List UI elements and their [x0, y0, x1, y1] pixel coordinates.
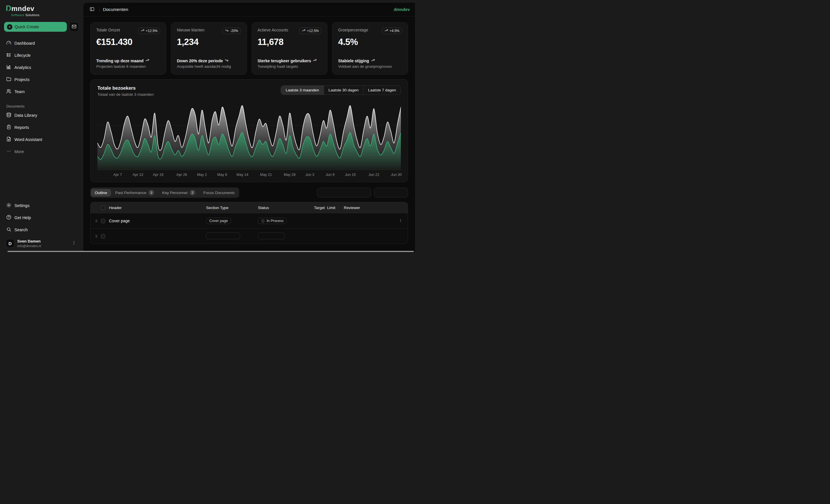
drag-handle-icon[interactable]	[95, 219, 101, 223]
brand-d-glyph: D	[6, 5, 11, 12]
mail-button[interactable]	[69, 22, 79, 32]
column-header: Reviewer	[344, 206, 392, 210]
stat-value: €151.430	[96, 37, 160, 47]
sidebar-item-data-library[interactable]: Data Library	[4, 111, 79, 119]
bar-chart-icon	[6, 65, 11, 70]
topbar-brand-link[interactable]: dmndev	[394, 7, 410, 12]
ellipsis-icon	[6, 149, 11, 155]
stat-card-nieuwe-klanten: Nieuwe klanten -20% 1,234 Down 20% deze …	[171, 22, 247, 75]
sidebar-item-label: Data Library	[14, 113, 37, 118]
stat-card-groeipercentage: Groeipercentage +4.5% 4.5% Stabiele stij…	[332, 22, 408, 75]
app-window: Dmndev Software Solutions + Quick Create…	[0, 0, 415, 252]
section-type-badge[interactable]	[206, 232, 240, 239]
sidebar-item-search[interactable]: Search	[4, 226, 79, 234]
table-toolbar-button-left[interactable]	[317, 188, 371, 197]
status-badge[interactable]	[258, 232, 284, 239]
sidebar-item-projects[interactable]: Projects	[4, 75, 79, 84]
main-panel: Documenten dmndev Totale Omzet +12.5% €1…	[83, 2, 415, 252]
trending-down-icon	[225, 29, 228, 33]
search-icon	[6, 227, 11, 233]
tab-key-personnel[interactable]: Key Personnel 2	[159, 188, 199, 197]
x-tick: May 28	[284, 173, 295, 177]
horizontal-scrollbar[interactable]	[7, 251, 414, 252]
divider	[99, 7, 99, 12]
stat-label: Totale Omzet	[96, 28, 120, 32]
tab-past-performance[interactable]: Past Performance 3	[111, 188, 158, 197]
drag-handle-icon[interactable]	[95, 234, 101, 238]
sidebar-item-get-help[interactable]: Get Help	[4, 214, 79, 222]
table-header-row: Header Section Type Status Target Limit …	[91, 202, 408, 213]
column-header: Header	[109, 206, 206, 210]
section-type-badge[interactable]: Cover page	[206, 218, 231, 224]
x-tick: May 21	[260, 173, 272, 177]
documents-section-label: Documents	[6, 104, 77, 108]
status-badge[interactable]: In Process	[258, 218, 287, 224]
folder-icon	[6, 77, 11, 83]
row-actions-button[interactable]	[397, 218, 404, 224]
sidebar-item-label: Team	[14, 89, 25, 94]
sidebar-footer-nav: Settings Get Help Search	[4, 201, 79, 234]
sections-table: Header Section Type Status Target Limit …	[90, 202, 408, 244]
chart-subtitle: Totaal van de laatste 3 maanden	[97, 92, 154, 97]
quick-create-button[interactable]: + Quick Create	[4, 22, 67, 32]
gear-icon	[6, 203, 11, 209]
range-segmented-control: Laatste 3 maanden Laatste 30 dagen Laats…	[281, 85, 401, 95]
sidebar-item-more[interactable]: More	[4, 148, 79, 156]
chart-title: Totale bezoekers	[97, 85, 154, 91]
x-tick: Jun 15	[345, 173, 356, 177]
row-checkbox[interactable]	[101, 219, 105, 223]
x-tick: Jun 22	[369, 173, 380, 177]
sidebar-item-team[interactable]: Team	[4, 88, 79, 96]
tab-count-badge: 3	[149, 190, 154, 195]
tab-outline[interactable]: Outline	[91, 189, 111, 196]
sidebar-item-word-assistant[interactable]: Word Assistant	[4, 135, 79, 144]
file-word-icon	[6, 137, 11, 143]
range-option-3-months[interactable]: Laatste 3 maanden	[281, 86, 324, 95]
topbar: Documenten dmndev	[83, 3, 415, 17]
clipboard-icon	[6, 125, 11, 130]
table-row: Cover page Cover page In Process	[91, 213, 408, 228]
sidebar-item-reports[interactable]: Reports	[4, 123, 79, 131]
visitors-chart-card: Totale bezoekers Totaal van de laatste 3…	[90, 79, 408, 182]
sidebar-item-dashboard[interactable]: Dashboard	[4, 39, 79, 47]
column-header: Status	[258, 206, 301, 210]
sidebar-item-settings[interactable]: Settings	[4, 201, 79, 210]
range-option-30-days[interactable]: Laatste 30 dagen	[324, 86, 363, 95]
database-icon	[6, 113, 11, 118]
ellipsis-vertical-icon[interactable]	[71, 240, 77, 247]
trending-up-icon	[302, 29, 306, 33]
user-email: info@dmndev.nl	[17, 244, 68, 248]
tab-focus-documents[interactable]: Focus Documents	[200, 189, 238, 196]
select-all-checkbox[interactable]	[101, 206, 105, 210]
row-checkbox[interactable]	[101, 234, 105, 239]
users-icon	[6, 89, 11, 95]
trend-badge: +12.5%	[299, 28, 321, 34]
section-tabs: Outline Past Performance 3 Key Personnel…	[90, 187, 239, 198]
sidebar-item-label: Word Assistant	[14, 137, 42, 142]
stat-label: Nieuwe klanten	[177, 28, 204, 32]
trending-up-icon	[313, 58, 317, 63]
stat-label: Actieve Accounts	[258, 28, 288, 32]
sidebar-nav: Dashboard Lifecycle Analytics Projects T…	[4, 39, 79, 96]
user-menu[interactable]: D Sven Damen info@dmndev.nl	[4, 238, 79, 249]
sidebar-toggle-button[interactable]	[89, 5, 96, 13]
column-header: Limit	[327, 206, 344, 210]
sidebar-item-label: Lifecycle	[14, 53, 31, 58]
range-option-7-days[interactable]: Laatste 7 dagen	[363, 86, 401, 95]
quick-create-label: Quick Create	[15, 25, 39, 29]
table-row-partial	[91, 228, 408, 244]
area-chart: Apr 7 Apr 13 Apr 19 Apr 26 May 2 May 8 M…	[97, 101, 401, 179]
trend-badge: +12.5%	[138, 28, 160, 34]
sidebar-item-lifecycle[interactable]: Lifecycle	[4, 51, 79, 59]
stat-value: 4.5%	[338, 37, 402, 47]
x-tick: May 8	[217, 173, 227, 177]
row-header-cell[interactable]: Cover page	[109, 219, 206, 223]
sidebar-item-analytics[interactable]: Analytics	[4, 63, 79, 71]
column-header: Section Type	[206, 206, 258, 210]
tab-count-badge: 2	[190, 190, 195, 195]
trending-down-icon	[224, 58, 228, 63]
x-tick: Apr 19	[153, 173, 163, 177]
stat-cards: Totale Omzet +12.5% €151.430 Trending up…	[90, 22, 408, 75]
table-toolbar-button-right[interactable]	[374, 188, 408, 197]
stat-value: 1,234	[177, 37, 241, 47]
